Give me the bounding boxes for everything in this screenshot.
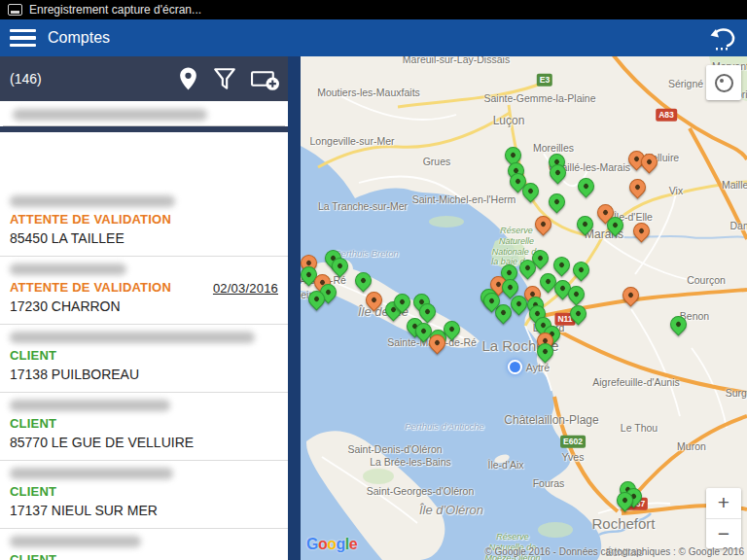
google-logo: Google [306, 536, 357, 553]
road-shield: A83 [656, 109, 677, 122]
account-date: 02/03/2016 [213, 281, 278, 296]
google-logo-letter: o [327, 536, 336, 552]
account-city: 17137 NIEUL SUR MER [10, 503, 278, 521]
my-location-button[interactable] [706, 65, 741, 100]
list-section-separator [0, 126, 288, 132]
undo-icon [708, 25, 737, 51]
status-badge: ATTENTE DE VALIDATION [10, 280, 171, 295]
my-location-icon [715, 74, 733, 92]
account-list-item-partial[interactable] [3, 101, 285, 126]
account-city: 17230 CHARRON [10, 298, 278, 317]
redacted-account-name [10, 263, 126, 275]
status-badge: ATTENTE DE VALIDATION [10, 212, 171, 227]
google-logo-letter: e [349, 536, 357, 552]
accounts-panel: (146) [0, 56, 288, 560]
redacted-account-name [10, 400, 170, 411]
status-badge: CLIENT [10, 348, 56, 363]
user-location-dot [508, 360, 522, 374]
account-list-item[interactable]: ATTENTE DE VALIDATION85450 LA TAILLEE [0, 189, 288, 257]
account-list-item[interactable]: ATTENTE DE VALIDATION02/03/201617230 CHA… [0, 257, 288, 325]
status-badge: CLIENT [10, 484, 56, 499]
add-account-icon[interactable] [250, 67, 280, 91]
status-bar-text: Enregistrement capture d'écran... [29, 3, 201, 17]
android-status-bar: Enregistrement capture d'écran... [0, 0, 747, 19]
account-city: 85770 LE GUE DE VELLUIRE [10, 435, 278, 453]
screen: Enregistrement capture d'écran... Compte… [0, 0, 747, 560]
filter-icon[interactable] [212, 66, 237, 91]
account-list-item[interactable]: CLIENT85770 LE GUE DE VELLUIRE [0, 393, 288, 461]
screenshot-notification-icon [8, 4, 22, 16]
google-logo-letter: o [318, 536, 327, 552]
zoom-in-button[interactable]: + [706, 488, 741, 518]
google-logo-letter: g [337, 536, 345, 552]
undo-button[interactable] [708, 25, 737, 51]
map-attribution: © Google 2016 - Données cartographiques … [484, 546, 744, 557]
content: (146) [0, 56, 747, 560]
page-title: Comptes [48, 29, 110, 47]
hamburger-menu-icon[interactable] [7, 26, 39, 51]
accounts-panel-header: (146) [0, 56, 288, 101]
account-list-item[interactable]: CLIENT17138 PUILBOREAU [0, 325, 288, 393]
redacted-account-name [10, 195, 175, 207]
redacted-account-name [10, 332, 255, 343]
map-pin-icon[interactable] [177, 66, 199, 91]
google-logo-letter: G [306, 536, 318, 552]
zoom-controls: + − [706, 488, 741, 548]
redacted-name [13, 109, 207, 121]
google-map[interactable]: Mareuil-sur-Lay-DissaisMoutiers-les-Maux… [301, 56, 747, 560]
status-badge: CLIENT [10, 552, 56, 560]
account-list: ATTENTE DE VALIDATION85450 LA TAILLEEATT… [0, 189, 288, 560]
account-count: (146) [10, 71, 177, 87]
zoom-out-button[interactable]: − [706, 518, 741, 549]
road-shield: E602 [560, 436, 586, 448]
account-list-item[interactable]: CLIENT17138 PUILBOREAU [0, 529, 288, 560]
account-list-item[interactable]: CLIENT17137 NIEUL SUR MER [0, 461, 288, 529]
account-city: 17138 PUILBOREAU [10, 367, 278, 385]
panel-map-divider [288, 56, 301, 560]
app-bar: Comptes [0, 19, 747, 56]
road-shield: E3 [537, 74, 552, 87]
account-city: 85450 LA TAILLEE [10, 230, 278, 249]
status-badge: CLIENT [10, 416, 56, 431]
redacted-account-name [10, 468, 173, 479]
redacted-account-name [10, 536, 141, 547]
